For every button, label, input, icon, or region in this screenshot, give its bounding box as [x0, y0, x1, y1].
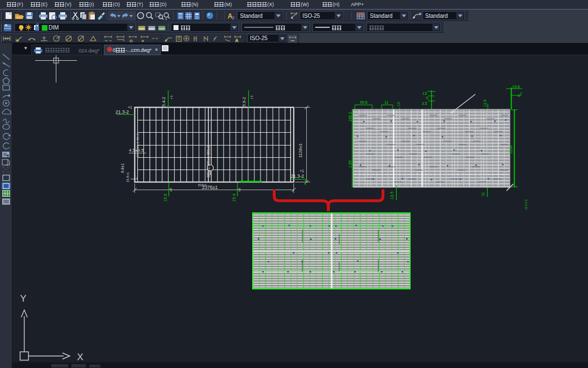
svg-text:95.8: 95.8 — [360, 100, 368, 104]
svg-text:2376±1: 2376±1 — [202, 185, 218, 190]
svg-text:15.4: 15.4 — [232, 193, 237, 202]
svg-text:+0: +0 — [169, 187, 172, 192]
svg-text:13.5: 13.5 — [389, 191, 394, 200]
svg-text:13.: 13. — [422, 91, 428, 95]
svg-text:1128: 1128 — [509, 146, 513, 154]
svg-text:182.2: 182.2 — [348, 112, 352, 122]
svg-text:6: 6 — [426, 96, 428, 100]
svg-text:+1: +1 — [250, 95, 253, 99]
svg-text:38±1 38±1 38±1: 38±1 38±1 38±1 — [136, 133, 139, 157]
svg-text:y: y — [232, 14, 235, 20]
svg-text:5.9-2: 5.9-2 — [242, 97, 247, 106]
svg-text:19.8: 19.8 — [512, 85, 520, 89]
svg-text:1.66: 1.66 — [348, 160, 352, 168]
svg-text:13.5-0.5: 13.5-0.5 — [524, 199, 528, 210]
svg-text:21.3-2: 21.3-2 — [115, 109, 129, 115]
svg-text:X: X — [77, 352, 83, 362]
svg-text:11: 11 — [480, 192, 485, 196]
svg-text:+1: +1 — [170, 95, 173, 99]
svg-text:+1: +1 — [300, 169, 304, 173]
svg-text:381±1 381±1 381±1: 381±1 381±1 381±1 — [206, 145, 210, 177]
svg-text:+0: +0 — [238, 187, 241, 192]
svg-text:21.3-2: 21.3-2 — [291, 173, 304, 179]
svg-text:a: a — [165, 17, 167, 21]
svg-text:15.8±1: 15.8±1 — [126, 172, 129, 182]
svg-text:A: A — [235, 38, 238, 42]
svg-text:1128±1: 1128±1 — [298, 143, 303, 158]
svg-text:5.4-2: 5.4-2 — [161, 97, 166, 106]
svg-text:8.8±1: 8.8±1 — [121, 163, 124, 173]
svg-text:13: 13 — [397, 102, 401, 106]
svg-text:15.9: 15.9 — [163, 193, 168, 202]
svg-text:3.5: 3.5 — [422, 101, 427, 105]
svg-text:12.5: 12.5 — [483, 99, 487, 107]
svg-text:+1: +1 — [128, 105, 132, 109]
svg-text:11: 11 — [384, 100, 388, 104]
svg-text:Y: Y — [20, 293, 26, 304]
